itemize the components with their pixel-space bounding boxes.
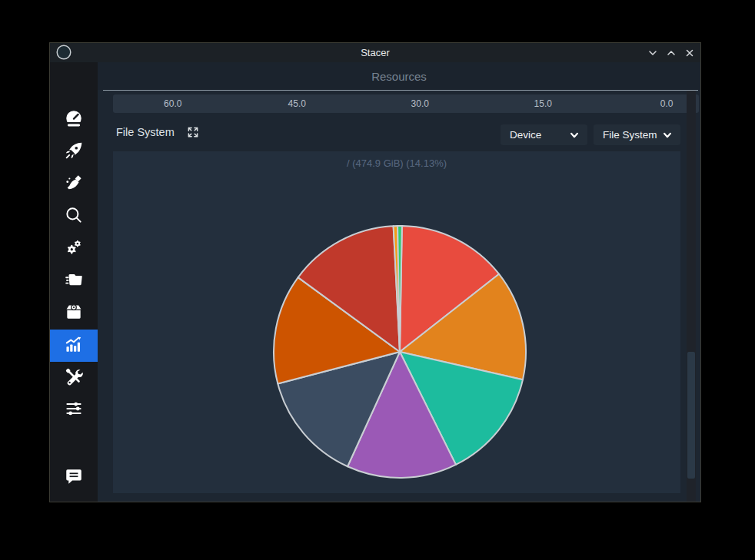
filesystem-chart-panel: / (474.9 GiB) (14.13%) xyxy=(113,151,680,493)
chart-axis-line xyxy=(103,90,698,91)
filesystem-section-title: File System xyxy=(116,113,175,151)
filesystem-dropdown-value: File System xyxy=(603,129,662,141)
sidebar-item-processes[interactable] xyxy=(50,265,98,297)
package-icon xyxy=(64,302,84,325)
sidebar-item-uninstaller[interactable] xyxy=(50,297,98,330)
sidebar-item-settings[interactable] xyxy=(50,394,98,426)
gears-icon xyxy=(64,237,84,260)
filesystem-dropdown[interactable]: File System xyxy=(594,124,680,145)
broom-icon xyxy=(64,173,84,196)
sidebar-item-services[interactable] xyxy=(50,233,98,265)
filesystem-pie-chart xyxy=(113,151,680,493)
chevron-down-icon xyxy=(647,48,658,58)
bar-chart-icon xyxy=(64,334,84,357)
axis-tick-label: 45.0 xyxy=(288,94,306,113)
page-title: Resources xyxy=(98,62,700,90)
sidebar-item-helpers[interactable] xyxy=(50,362,98,394)
chevron-up-icon xyxy=(666,48,677,58)
close-button[interactable] xyxy=(683,46,697,60)
axis-tick-label: 30.0 xyxy=(411,94,429,113)
page-title-text: Resources xyxy=(371,70,427,83)
window-title: Stacer xyxy=(50,43,700,62)
filesystem-toolbar: File System Device File System xyxy=(98,113,700,151)
close-icon xyxy=(684,48,695,58)
message-icon xyxy=(64,466,84,489)
device-dropdown[interactable]: Device xyxy=(501,124,587,145)
rocket-icon xyxy=(64,141,84,164)
chevron-down-icon xyxy=(569,130,580,141)
sliders-icon xyxy=(64,399,84,422)
maximize-button[interactable] xyxy=(664,46,678,60)
tools-icon xyxy=(64,366,84,389)
search-icon xyxy=(64,205,84,228)
device-dropdown-value: Device xyxy=(510,129,569,141)
history-x-axis: 60.045.030.015.00.0 xyxy=(113,94,699,113)
scrollbar-track[interactable] xyxy=(687,91,696,502)
chevron-down-icon xyxy=(662,130,673,141)
window-controls xyxy=(646,43,697,62)
titlebar: Stacer xyxy=(50,43,700,62)
speedy-folder-icon xyxy=(64,270,84,293)
minimize-button[interactable] xyxy=(646,46,660,60)
stacer-window: Stacer Resources 60.045.030.015.00.0 Fil… xyxy=(49,42,701,502)
sidebar xyxy=(50,62,98,502)
content-area: Resources 60.045.030.015.00.0 File Syste… xyxy=(98,62,700,502)
sidebar-item-feedback[interactable] xyxy=(50,462,98,494)
axis-tick-label: 15.0 xyxy=(534,94,552,113)
expand-icon[interactable] xyxy=(186,125,200,139)
gauge-icon xyxy=(64,108,84,131)
sidebar-item-dashboard[interactable] xyxy=(50,104,98,136)
sidebar-item-startup-apps[interactable] xyxy=(50,136,98,168)
sidebar-item-system-cleaner[interactable] xyxy=(50,168,98,200)
axis-tick-label: 0.0 xyxy=(660,94,674,113)
scrollbar-thumb[interactable] xyxy=(687,352,695,479)
axis-tick-label: 60.0 xyxy=(164,94,181,113)
sidebar-item-search[interactable] xyxy=(50,200,98,233)
sidebar-item-resources[interactable] xyxy=(50,330,98,362)
pie-slice-label: / (474.9 GiB) (14.13%) xyxy=(113,157,680,169)
